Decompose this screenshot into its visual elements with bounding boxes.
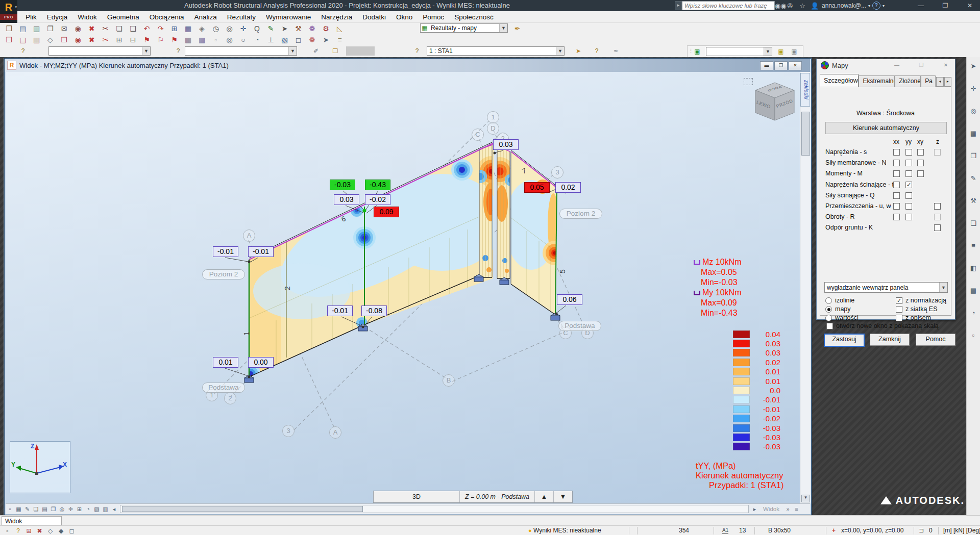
tab-złożone[interactable]: Złożone (895, 75, 921, 87)
spacer-icon[interactable]: ▫ (209, 35, 223, 44)
tools-icon[interactable]: ⚒ (968, 195, 979, 206)
calc-results-icon[interactable]: ▦ (181, 23, 195, 33)
checkbox-yy[interactable] (905, 149, 912, 156)
print-area-icon[interactable]: ▥ (101, 505, 110, 513)
tab-scroll-right-icon[interactable]: ▸ (944, 77, 951, 87)
menu-rezultaty[interactable]: Rezultaty (222, 12, 261, 22)
checkbox-z siatką ES[interactable] (896, 306, 902, 313)
pan-icon[interactable]: ✛ (66, 505, 75, 513)
attributes-icon[interactable]: ⊞ (75, 505, 84, 513)
undo-icon[interactable]: ↶ (140, 23, 154, 33)
view-minimize-button[interactable]: ▬ (760, 61, 773, 70)
select-mode-icon[interactable]: ▫ (6, 505, 14, 513)
checkbox-yy[interactable] (905, 160, 912, 166)
pick-icon[interactable]: ➤ (319, 35, 333, 44)
selection-box-icon[interactable]: ▫ (2, 526, 13, 535)
menu-edycja[interactable]: Edycja (42, 12, 73, 22)
checkbox-xx[interactable] (893, 182, 900, 188)
delete-icon[interactable]: ✖ (85, 35, 99, 44)
mapy-title-bar[interactable]: Mapy (817, 59, 955, 71)
radio-izolinie[interactable] (825, 297, 832, 304)
tab-pa[interactable]: Pa (921, 75, 936, 87)
preview-icon[interactable]: ❐ (57, 35, 71, 44)
scroll-left-icon[interactable]: ◂ (110, 505, 118, 513)
search-expand-icon[interactable]: ► (675, 1, 682, 10)
tools-icon[interactable]: ⚒ (291, 23, 305, 33)
feather-icon[interactable]: ✒ (610, 46, 622, 56)
checkbox-z[interactable] (934, 203, 941, 210)
window-icon[interactable]: ❒ (330, 46, 341, 56)
tab-scroll-left-icon[interactable]: ◂ (936, 77, 943, 87)
delete-icon[interactable]: ✖ (85, 23, 99, 33)
tsquare-icon[interactable]: ⊥ (264, 35, 278, 44)
menu-wymiarowanie[interactable]: Wymiarowanie (261, 12, 316, 22)
restore-button[interactable]: ❐ (938, 0, 952, 11)
grid-icon[interactable]: ▦ (14, 505, 23, 513)
vertical-scroll-thumb[interactable] (801, 112, 810, 156)
modify-icon[interactable]: ➤ (278, 23, 291, 33)
view-close-button[interactable]: ✕ (789, 61, 802, 70)
zamknij-button[interactable]: Zamknij (870, 334, 910, 346)
model-3d-icon[interactable]: ◇ (43, 35, 57, 44)
helper-icon[interactable]: ? (591, 46, 602, 56)
checkbox-xx[interactable] (893, 160, 900, 166)
render-icon[interactable]: ❁ (305, 35, 319, 44)
pomoc-button[interactable]: Pomoc (916, 334, 955, 346)
sheet-icon[interactable]: ▤ (968, 285, 979, 296)
checkbox-xy[interactable] (917, 149, 924, 156)
level-selector[interactable]: Z = 0.00 m - Podstawa (460, 491, 535, 502)
view-tab[interactable]: Widok (2, 516, 62, 525)
annotate-icon[interactable]: ✒ (510, 23, 524, 33)
selection-bars-combo[interactable]: ▼ (185, 46, 297, 56)
mapy-maximize-button[interactable]: ❐ (917, 61, 926, 69)
table-copy-icon[interactable]: ⊞ (112, 35, 126, 44)
next-view-icon[interactable]: » (783, 505, 792, 513)
checkbox-yy[interactable]: ✓ (905, 182, 912, 188)
spreadsheet-icon[interactable]: ▦ (195, 35, 209, 44)
copy-view-icon[interactable]: ❏ (32, 505, 40, 513)
menu-widok[interactable]: Widok (72, 12, 102, 22)
lock-icon[interactable]: ◈ (195, 23, 209, 33)
checkbox-yy[interactable] (905, 192, 912, 199)
view-title-bar[interactable]: R Widok - MY;MZ;tYY (MPa) Kierunek autom… (5, 59, 810, 72)
axes-off-icon[interactable]: ✖ (34, 526, 45, 535)
grey-cube-icon[interactable]: ▣ (789, 46, 800, 56)
quick-help-icon[interactable]: ? (13, 526, 23, 535)
wireframe-icon[interactable]: ◇ (45, 526, 56, 535)
zastosuj-button[interactable]: Zastosuj (824, 334, 865, 347)
communication-center-icon[interactable]: ✇ (785, 2, 795, 10)
menu-geometria[interactable]: Geometria (102, 12, 144, 22)
search-binoculars-icon[interactable]: ◉◉ (775, 2, 785, 10)
ghost-icon[interactable]: ◻ (66, 526, 77, 535)
print-composition-icon[interactable]: ▥ (30, 35, 43, 44)
help-icon[interactable]: ? (872, 2, 880, 10)
ladder-icon[interactable]: ≡ (333, 35, 347, 44)
half-view-icon[interactable]: ◧ (968, 262, 979, 273)
checkbox-z[interactable] (934, 224, 941, 231)
redo-icon[interactable]: ↷ (154, 23, 167, 33)
level-up-button[interactable]: ▲ (535, 491, 554, 502)
zoom-out-icon[interactable]: ○ (236, 35, 250, 44)
case-helper-icon[interactable]: ? (411, 46, 423, 56)
mapy-close-button[interactable]: ✕ (941, 61, 950, 69)
capture-icon[interactable]: ❐ (968, 150, 979, 161)
save-icon[interactable]: ▤ (16, 23, 30, 33)
save-project-icon[interactable]: ▤ (16, 35, 30, 44)
robot-logo[interactable]: R▾ PRO (0, 0, 17, 23)
wrench-icon[interactable]: ⚙ (319, 23, 333, 33)
menu-analiza[interactable]: Analiza (189, 12, 222, 22)
paste-icon[interactable]: ❑ (126, 23, 140, 33)
signed-in-user[interactable]: anna.nowak@... (822, 2, 866, 9)
print-preview-icon[interactable]: ❐ (43, 23, 57, 33)
add-select-icon[interactable]: ✛ (968, 83, 979, 94)
zoom-in-icon[interactable]: ◎ (223, 35, 236, 44)
flag-icon[interactable]: ⚑ (167, 35, 181, 44)
print-icon[interactable]: ▥ (30, 23, 43, 33)
zoom-icon[interactable]: ◎ (223, 23, 236, 33)
scroll-down-icon[interactable]: ▼ (801, 495, 810, 502)
results-type-combo[interactable]: ▦ Rezultaty - mapy ▼ (420, 23, 508, 33)
level-down-button[interactable]: ▼ (554, 491, 572, 502)
tabs-vertical-tab[interactable]: zakładki (800, 73, 810, 107)
report-icon[interactable]: ✉ (57, 23, 71, 33)
copy-icon[interactable]: ❏ (968, 217, 979, 228)
